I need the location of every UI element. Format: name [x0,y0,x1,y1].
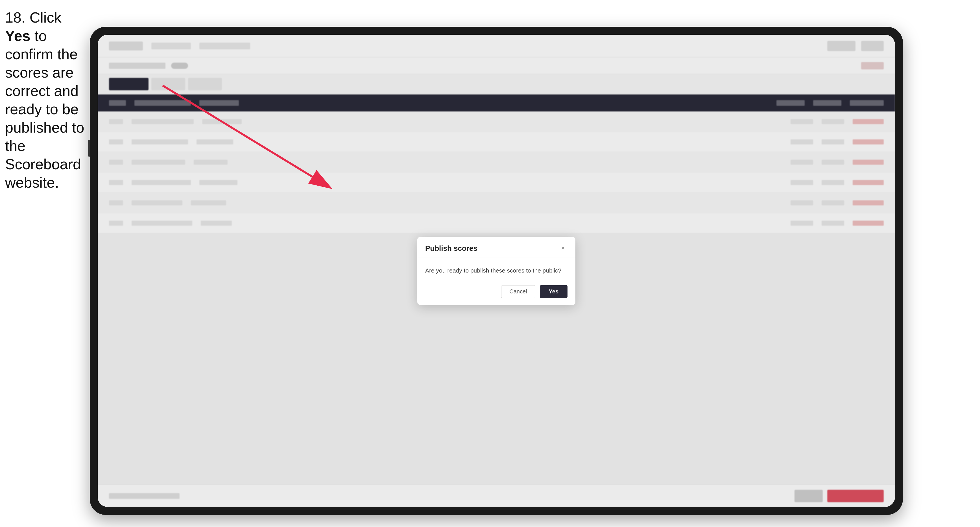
instruction-text: 18. Click Yes to confirm the scores are … [5,8,87,192]
step-number: 18. [5,9,25,26]
cancel-button[interactable]: Cancel [501,285,535,298]
modal-close-button[interactable]: × [558,244,568,253]
modal-title: Publish scores [425,244,477,252]
modal-footer: Cancel Yes [417,281,576,305]
modal-header: Publish scores × [417,237,576,258]
tablet-device: Publish scores × Are you ready to publis… [90,27,903,515]
modal-message: Are you ready to publish these scores to… [425,266,568,275]
yes-button[interactable]: Yes [540,285,568,298]
tablet-screen: Publish scores × Are you ready to publis… [98,35,895,507]
tablet-side-button [88,140,90,157]
modal-body: Are you ready to publish these scores to… [417,258,576,281]
publish-scores-modal: Publish scores × Are you ready to publis… [417,237,576,305]
